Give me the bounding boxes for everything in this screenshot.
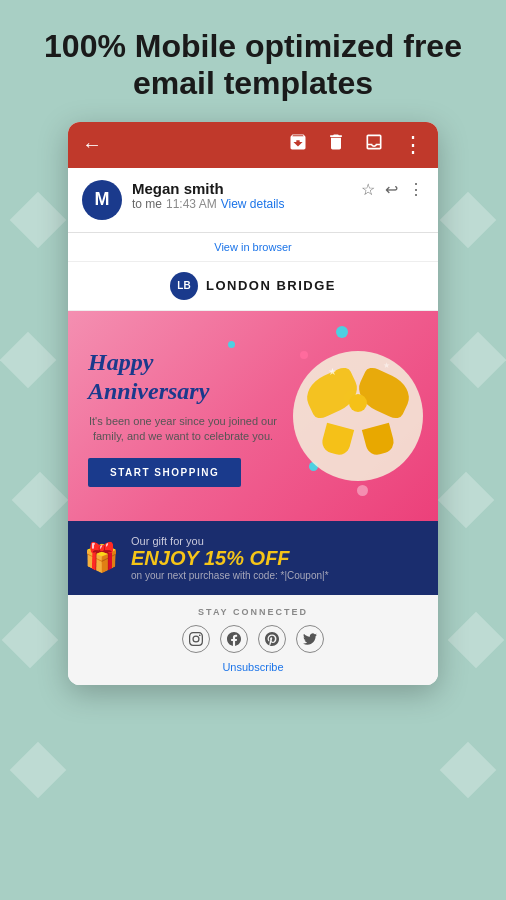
email-body: View in browser LB LONDON BRIDGE xyxy=(68,233,438,685)
promo-section: 🎁 Our gift for you ENJOY 15% OFF on your… xyxy=(68,521,438,595)
more-icon[interactable]: ⋮ xyxy=(408,180,424,199)
archive-icon[interactable] xyxy=(288,132,308,157)
phone-frame: ← ⋮ M Megan smith to me 11:43 AM xyxy=(68,122,438,685)
sender-name: Megan smith xyxy=(132,180,351,197)
move-to-inbox-icon[interactable] xyxy=(364,132,384,157)
view-details-link[interactable]: View details xyxy=(221,197,285,211)
promo-bottom-text: on your next purchase with code: *|Coupo… xyxy=(131,570,422,581)
promo-top-text: Our gift for you xyxy=(131,535,422,547)
unsubscribe-link[interactable]: Unsubscribe xyxy=(80,661,426,673)
pinterest-icon[interactable] xyxy=(258,625,286,653)
hero-title: Happy Anniversary xyxy=(88,348,278,406)
hero-image: ★ ★ xyxy=(268,311,438,521)
social-icons xyxy=(80,625,426,653)
brand-logo: LB xyxy=(170,272,198,300)
social-footer: STAY CONNECTED Unsubscribe xyxy=(68,595,438,685)
sender-actions: ☆ ↩ ⋮ xyxy=(361,180,424,199)
cta-button[interactable]: START SHOPPING xyxy=(88,458,241,487)
twitter-icon[interactable] xyxy=(296,625,324,653)
email-toolbar: ← ⋮ xyxy=(68,122,438,168)
sender-info: Megan smith to me 11:43 AM View details xyxy=(132,180,351,211)
page-title: 100% Mobile optimized free email templat… xyxy=(0,0,506,122)
stay-connected-label: STAY CONNECTED xyxy=(80,607,426,617)
send-time: 11:43 AM xyxy=(166,197,217,211)
view-in-browser-link[interactable]: View in browser xyxy=(214,241,291,253)
confetti-dot xyxy=(228,341,235,348)
brand-header: LB LONDON BRIDGE xyxy=(68,262,438,311)
delete-icon[interactable] xyxy=(326,132,346,157)
gift-icon: 🎁 xyxy=(84,541,119,574)
promo-main-text: ENJOY 15% OFF xyxy=(131,547,422,570)
email-header: M Megan smith to me 11:43 AM View detail… xyxy=(68,168,438,233)
to-label: to me xyxy=(132,197,162,211)
avatar: M xyxy=(82,180,122,220)
toolbar-icons: ⋮ xyxy=(288,132,424,158)
instagram-icon[interactable] xyxy=(182,625,210,653)
reply-icon[interactable]: ↩ xyxy=(385,180,398,199)
more-options-icon[interactable]: ⋮ xyxy=(402,132,424,158)
view-in-browser-bar: View in browser xyxy=(68,233,438,262)
hero-subtitle: It's been one year since you joined our … xyxy=(88,414,278,445)
hero-text: Happy Anniversary It's been one year sin… xyxy=(88,348,278,487)
hero-section: ★ ★ Happy Anniversary It's been one year… xyxy=(68,311,438,521)
back-button[interactable]: ← xyxy=(82,133,288,156)
promo-text: Our gift for you ENJOY 15% OFF on your n… xyxy=(131,535,422,581)
brand-name: LONDON BRIDGE xyxy=(206,278,336,293)
facebook-icon[interactable] xyxy=(220,625,248,653)
sender-to: to me 11:43 AM View details xyxy=(132,197,351,211)
star-icon[interactable]: ☆ xyxy=(361,180,375,199)
